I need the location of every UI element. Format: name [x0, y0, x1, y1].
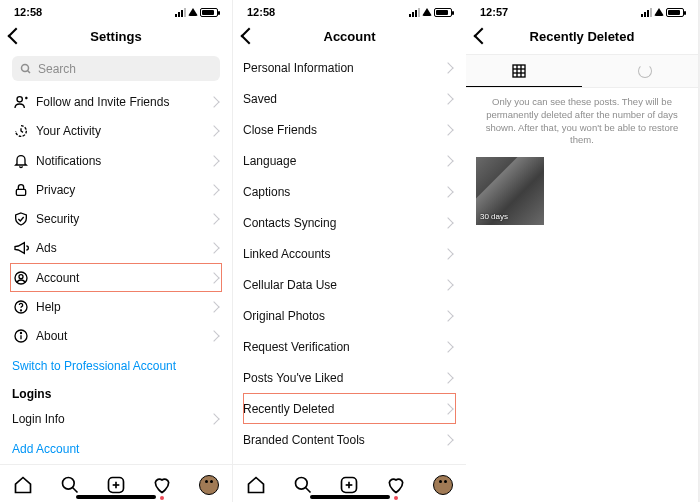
row-activity[interactable]: Your Activity: [10, 117, 222, 146]
page-title: Recently Deleted: [530, 29, 635, 44]
back-icon[interactable]: [474, 28, 491, 45]
back-icon[interactable]: [241, 28, 258, 45]
tab-strip: [466, 54, 698, 88]
row-recently-deleted[interactable]: Recently Deleted: [243, 393, 456, 424]
row-help[interactable]: Help: [10, 292, 222, 321]
avatar-icon: [433, 475, 453, 495]
chevron-right-icon: [208, 414, 219, 425]
battery-icon: [666, 8, 684, 17]
shield-icon: [10, 211, 32, 227]
heart-icon: [152, 475, 172, 495]
deleted-post-thumbnail[interactable]: 30 days: [476, 157, 544, 225]
status-right: [641, 6, 684, 18]
row-captions[interactable]: Captions: [243, 176, 456, 207]
chevron-right-icon: [442, 310, 453, 321]
row-cellular-data[interactable]: Cellular Data Use: [243, 269, 456, 300]
row-label: Notifications: [36, 154, 210, 168]
row-linked-accounts[interactable]: Linked Accounts: [243, 238, 456, 269]
row-about[interactable]: About: [10, 321, 222, 350]
row-label: Close Friends: [243, 123, 444, 137]
signal-icon: [641, 8, 652, 17]
tab-profile[interactable]: [198, 474, 220, 496]
svg-rect-23: [513, 65, 525, 77]
chevron-right-icon: [442, 372, 453, 383]
chevron-right-icon: [442, 434, 453, 445]
tab-new[interactable]: [338, 474, 360, 496]
svg-point-18: [295, 477, 307, 489]
search-input[interactable]: Search: [12, 56, 220, 81]
tab-search[interactable]: [292, 474, 314, 496]
row-notifications[interactable]: Notifications: [10, 146, 222, 175]
switch-professional-link[interactable]: Switch to Professional Account: [10, 351, 222, 381]
status-time: 12:58: [247, 6, 275, 18]
row-personal-info[interactable]: Personal Information: [243, 52, 456, 83]
tab-home[interactable]: [245, 474, 267, 496]
row-language[interactable]: Language: [243, 145, 456, 176]
row-label: Saved: [243, 92, 444, 106]
row-branded-content[interactable]: Branded Content Tools: [243, 424, 456, 455]
chevron-right-icon: [208, 272, 219, 283]
add-account-link[interactable]: Add Account: [10, 434, 222, 464]
tab-reels[interactable]: [582, 55, 698, 87]
row-label: Security: [36, 212, 210, 226]
row-original-photos[interactable]: Original Photos: [243, 300, 456, 331]
help-icon: [10, 299, 32, 315]
home-icon: [246, 475, 266, 495]
row-follow-invite[interactable]: Follow and Invite Friends: [10, 87, 222, 116]
status-right: [175, 6, 218, 18]
tab-new[interactable]: [105, 474, 127, 496]
info-icon: [10, 328, 32, 344]
tab-activity[interactable]: [385, 474, 407, 496]
chevron-right-icon: [208, 126, 219, 137]
wifi-icon: [654, 6, 664, 18]
tab-search[interactable]: [59, 474, 81, 496]
row-login-info[interactable]: Login Info: [10, 405, 222, 434]
svg-point-13: [62, 477, 74, 489]
plus-box-icon: [339, 475, 359, 495]
lock-icon: [10, 182, 32, 198]
row-contacts-syncing[interactable]: Contacts Syncing: [243, 207, 456, 238]
back-icon[interactable]: [8, 28, 25, 45]
chevron-right-icon: [442, 217, 453, 228]
row-saved[interactable]: Saved: [243, 83, 456, 114]
row-close-friends[interactable]: Close Friends: [243, 114, 456, 145]
days-remaining-badge: 30 days: [480, 212, 508, 221]
home-icon: [13, 475, 33, 495]
svg-line-19: [305, 487, 310, 492]
chevron-right-icon: [208, 330, 219, 341]
notification-dot-icon: [160, 496, 164, 500]
row-privacy[interactable]: Privacy: [10, 175, 222, 204]
account-icon: [10, 270, 32, 286]
tab-grid[interactable]: [466, 55, 582, 87]
row-label: Help: [36, 300, 210, 314]
tab-profile[interactable]: [432, 474, 454, 496]
row-ads[interactable]: Ads: [10, 234, 222, 263]
row-posts-liked[interactable]: Posts You've Liked: [243, 362, 456, 393]
row-label: Captions: [243, 185, 444, 199]
avatar-icon: [199, 475, 219, 495]
tab-home[interactable]: [12, 474, 34, 496]
status-bar: 12:58: [0, 0, 232, 20]
notification-dot-icon: [394, 496, 398, 500]
row-security[interactable]: Security: [10, 204, 222, 233]
row-label: Branded Content Tools: [243, 433, 444, 447]
row-label: Account: [36, 271, 210, 285]
row-label: Original Photos: [243, 309, 444, 323]
nav-header: Account: [233, 20, 466, 52]
tab-activity[interactable]: [151, 474, 173, 496]
chevron-right-icon: [442, 341, 453, 352]
row-label: Recently Deleted: [243, 402, 444, 416]
page-title: Account: [324, 29, 376, 44]
chevron-right-icon: [208, 96, 219, 107]
svg-rect-5: [16, 189, 25, 195]
chevron-right-icon: [442, 155, 453, 166]
nav-header: Recently Deleted: [466, 20, 698, 52]
chevron-right-icon: [208, 213, 219, 224]
row-account[interactable]: Account: [10, 263, 222, 292]
row-label: Personal Information: [243, 61, 444, 75]
row-request-verification[interactable]: Request Verification: [243, 331, 456, 362]
chevron-right-icon: [442, 248, 453, 259]
status-bar: 12:58: [233, 0, 466, 20]
content-area: Only you can see these posts. They will …: [466, 52, 698, 502]
chevron-right-icon: [442, 403, 453, 414]
